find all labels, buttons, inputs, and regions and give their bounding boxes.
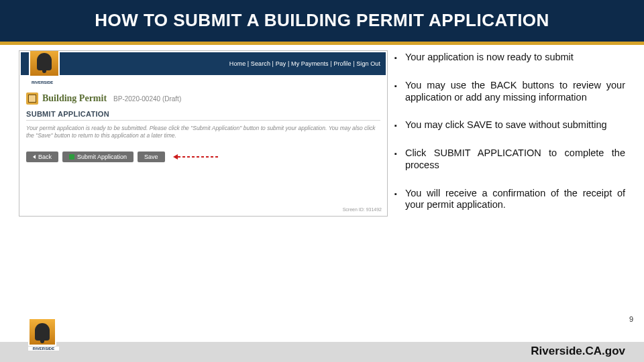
bullet-text: Your application is now ready to submit [405,52,625,64]
back-label: Back [38,154,52,160]
save-label: Save [144,154,158,160]
section-instructions: Your permit application is ready to be s… [26,125,380,139]
accent-bar [0,42,644,45]
permit-number: BP-2020-00240 (Draft) [113,95,181,103]
bullet-icon: ▪ [394,188,397,211]
list-item: ▪You may use the BACK buttons to review … [394,80,625,103]
footer-logo-frame [28,318,56,346]
slide: HOW TO SUBMIT A BUILDING PERMIT APPLICAT… [0,0,644,362]
flag-icon [69,154,74,160]
list-item: ▪Click SUBMIT APPLICATION to complete th… [394,147,625,171]
arrow-left-icon [33,155,36,159]
callout-arrow-icon [173,154,218,160]
bell-icon [35,323,50,341]
logo-city-label: RIVERSIDE [32,80,53,84]
list-item: ▪You will receive a confirmation of the … [394,188,625,211]
screenshot-navbar: Home | Search | Pay | My Payments | Prof… [21,52,386,75]
bell-icon [37,53,52,70]
footer-url: Riverside.CA.gov [531,345,625,358]
button-row: Back Submit Application Save [26,152,218,162]
bullet-list: ▪Your application is now ready to submit… [394,50,625,322]
riverside-logo-icon [29,50,60,77]
submit-application-button[interactable]: Submit Application [62,152,133,162]
back-button[interactable]: Back [26,152,58,162]
nav-links[interactable]: Home | Search | Pay | My Payments | Prof… [229,60,380,67]
permit-heading-row: Building Permit BP-2020-00240 (Draft) [26,93,181,105]
section-rule [26,120,380,121]
submit-label: Submit Application [77,154,127,160]
content-area: Home | Search | Pay | My Payments | Prof… [19,50,625,322]
footer-logo: RIVERSIDE [28,318,59,351]
bullet-icon: ▪ [394,80,397,103]
footer-logo-label: RIVERSIDE [28,347,59,351]
page-number: 9 [629,315,633,323]
bullet-icon: ▪ [394,119,397,131]
bullet-text: You may click SAVE to save without submi… [405,119,625,131]
list-item: ▪You may click SAVE to save without subm… [394,119,625,131]
screenshot-panel: Home | Search | Pay | My Payments | Prof… [19,50,388,217]
section-heading: SUBMIT APPLICATION [26,110,109,118]
bullet-text: You may use the BACK buttons to review y… [405,80,625,103]
permit-title: Building Permit [42,93,107,104]
bullet-icon: ▪ [394,52,397,64]
bullet-icon: ▪ [394,147,397,171]
screen-id-label: Screen ID: 931492 [343,207,382,212]
save-button[interactable]: Save [138,152,165,162]
bullet-text: Click SUBMIT APPLICATION to complete the… [405,147,625,171]
slide-title: HOW TO SUBMIT A BUILDING PERMIT APPLICAT… [95,11,549,29]
permit-icon [26,93,38,105]
list-item: ▪Your application is now ready to submit [394,52,625,64]
bullet-text: You will receive a confirmation of the r… [405,188,625,211]
title-band: HOW TO SUBMIT A BUILDING PERMIT APPLICAT… [0,0,644,42]
